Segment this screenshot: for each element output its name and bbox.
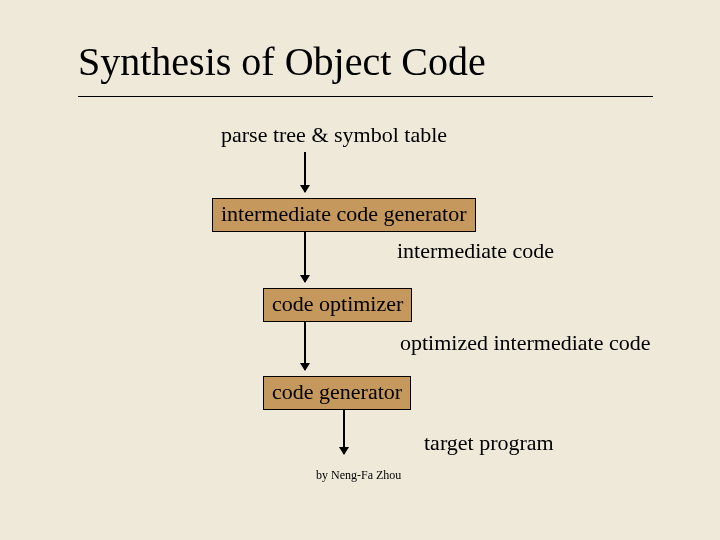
page-title: Synthesis of Object Code (78, 38, 486, 85)
slide: Synthesis of Object Code parse tree & sy… (0, 0, 720, 540)
arrow-1 (304, 152, 306, 192)
arrow-3 (304, 322, 306, 370)
label-optimized-code: optimized intermediate code (400, 330, 650, 356)
label-target-program: target program (424, 430, 554, 456)
footer-author: by Neng-Fa Zhou (316, 468, 401, 483)
title-underline (78, 96, 653, 97)
box-code-optimizer: code optimizer (263, 288, 412, 322)
label-intermediate-code: intermediate code (397, 238, 554, 264)
arrow-4 (343, 410, 345, 454)
box-intermediate-code-generator: intermediate code generator (212, 198, 476, 232)
box-code-generator: code generator (263, 376, 411, 410)
label-input: parse tree & symbol table (221, 122, 447, 148)
arrow-2 (304, 232, 306, 282)
